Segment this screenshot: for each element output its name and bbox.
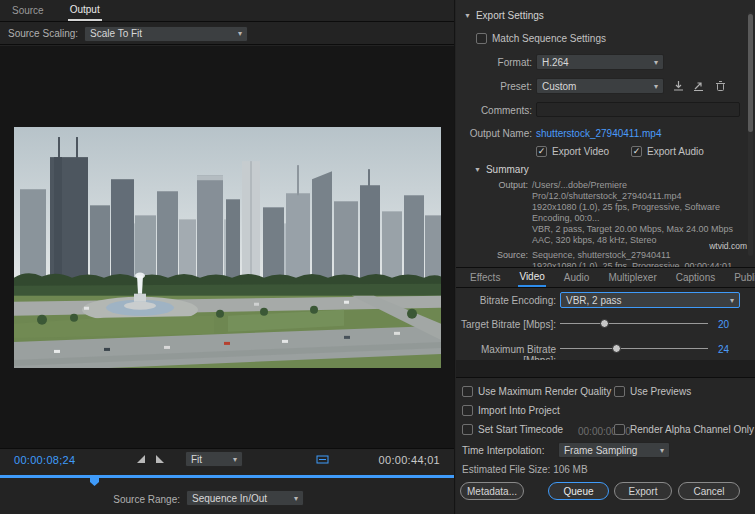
export-audio-checkbox[interactable]: ✓	[631, 146, 642, 157]
chevron-down-icon: ▾	[238, 29, 242, 38]
settings-scrollbar[interactable]	[748, 12, 753, 256]
render-alpha-checkbox-row[interactable]: Render Alpha Channel Only	[614, 424, 754, 435]
estimated-file-size: Estimated File Size: 106 MB	[462, 464, 588, 475]
source-scaling-dropdown[interactable]: Scale To Fit ▾	[84, 26, 248, 42]
summary-output-label: Output:	[456, 180, 532, 246]
disclosure-icon[interactable]: ▼	[464, 12, 471, 19]
output-name-link[interactable]: shutterstock_27940411.mp4	[536, 128, 661, 139]
disclosure-icon[interactable]: ▼	[474, 166, 481, 173]
target-bitrate-label: Target Bitrate [Mbps]:	[456, 319, 556, 330]
tab-multiplexer[interactable]: Multiplexer	[607, 269, 657, 286]
check-icon: ✓	[633, 147, 641, 156]
chevron-down-icon: ▾	[660, 446, 664, 455]
time-interpolation-value: Frame Sampling	[564, 445, 637, 456]
scrollbar-thumb[interactable]	[748, 14, 753, 132]
maximum-bitrate-slider[interactable]	[560, 341, 708, 355]
settings-panel: ▼ Export Settings Match Sequence Setting…	[456, 0, 755, 514]
work-area-bar[interactable]	[0, 475, 454, 478]
set-start-timecode-label: Set Start Timecode	[478, 424, 563, 435]
transport-bar: 00:00:08;24 Fit ▾ 00:00:44;01 Source Ran…	[0, 448, 454, 514]
use-previews-checkbox-row[interactable]: Use Previews	[614, 386, 691, 397]
format-dropdown[interactable]: H.264 ▾	[536, 54, 664, 70]
maximum-bitrate-value: 24	[718, 344, 729, 355]
set-start-timecode-checkbox[interactable]	[462, 424, 473, 435]
preset-dropdown[interactable]: Custom ▾	[536, 78, 664, 94]
zoom-level-dropdown[interactable]: Fit ▾	[185, 451, 243, 467]
playhead[interactable]	[90, 477, 99, 486]
tab-video[interactable]: Video	[518, 268, 545, 287]
video-preview	[14, 127, 441, 368]
export-audio-label: Export Audio	[647, 146, 704, 157]
set-out-icon[interactable]	[154, 454, 165, 465]
export-video-label: Export Video	[552, 146, 609, 157]
tab-effects[interactable]: Effects	[469, 269, 501, 286]
preset-label: Preset:	[456, 81, 532, 92]
watermark: wtvid.com	[709, 241, 747, 251]
zoom-level-value: Fit	[191, 454, 202, 465]
tab-captions[interactable]: Captions	[675, 269, 716, 286]
export-video-checkbox-row[interactable]: ✓ Export Video	[536, 146, 609, 157]
tab-audio[interactable]: Audio	[563, 269, 591, 286]
summary-output-line: VBR, 2 pass, Target 20.00 Mbps, Max 24.0…	[532, 224, 755, 235]
save-preset-icon[interactable]	[670, 79, 686, 93]
bitrate-encoding-dropdown[interactable]: VBR, 2 pass ▾	[560, 292, 740, 308]
set-start-timecode-checkbox-row[interactable]: Set Start Timecode	[462, 424, 563, 435]
summary-source-line: Sequence, shutterstock_27940411	[532, 250, 732, 261]
bitrate-encoding-label: Bitrate Encoding:	[456, 295, 556, 306]
match-sequence-checkbox[interactable]	[476, 33, 487, 44]
current-timecode: 00:00:08;24	[14, 454, 75, 466]
section-divider	[456, 360, 755, 378]
delete-preset-icon[interactable]	[712, 79, 728, 93]
source-range-dropdown[interactable]: Sequence In/Out ▾	[186, 490, 304, 506]
summary-title: Summary	[486, 164, 529, 175]
bitrate-encoding-value: VBR, 2 pass	[566, 295, 622, 306]
preset-value: Custom	[542, 81, 576, 92]
slider-thumb[interactable]	[600, 319, 609, 328]
source-scaling-value: Scale To Fit	[90, 28, 142, 39]
preview-tab-bar: Source Output	[0, 0, 454, 22]
import-project-checkbox-row[interactable]: Import Into Project	[462, 405, 560, 416]
comments-input[interactable]	[536, 102, 740, 117]
summary-output-line: 1920x1080 (1.0), 25 fps, Progressive, So…	[532, 202, 755, 224]
tab-output[interactable]: Output	[68, 0, 102, 21]
output-name-label: Output Name:	[456, 128, 532, 139]
target-bitrate-value: 20	[718, 319, 729, 330]
set-in-icon[interactable]	[136, 454, 147, 465]
tab-publish[interactable]: Publish	[733, 269, 755, 286]
summary-output-line: /Users/...dobe/Premiere Pro/12.0/shutter…	[532, 180, 755, 202]
preview-panel: Source Output Source Scaling: Scale To F…	[0, 0, 455, 514]
source-scaling-label: Source Scaling:	[8, 28, 78, 39]
max-render-checkbox-row[interactable]: Use Maximum Render Quality	[462, 386, 611, 397]
export-audio-checkbox-row[interactable]: ✓ Export Audio	[631, 146, 704, 157]
match-sequence-checkbox-row[interactable]: Match Sequence Settings	[476, 33, 755, 44]
export-settings-title: Export Settings	[476, 10, 544, 21]
export-video-checkbox[interactable]: ✓	[536, 146, 547, 157]
queue-button[interactable]: Queue	[548, 482, 609, 500]
duration-timecode: 00:00:44;01	[379, 454, 440, 466]
video-viewer	[0, 46, 454, 448]
export-button[interactable]: Export	[614, 482, 672, 500]
metadata-button[interactable]: Metadata...	[460, 482, 524, 500]
check-icon: ✓	[538, 147, 546, 156]
chevron-down-icon: ▾	[730, 296, 734, 305]
slider-thumb[interactable]	[612, 344, 621, 353]
max-render-checkbox[interactable]	[462, 386, 473, 397]
timeline-scrubber[interactable]	[0, 471, 454, 487]
tab-source[interactable]: Source	[10, 1, 46, 20]
time-interpolation-dropdown[interactable]: Frame Sampling ▾	[558, 442, 670, 458]
slider-track[interactable]	[560, 348, 708, 349]
import-preset-icon[interactable]	[690, 79, 706, 93]
format-label: Format:	[456, 57, 532, 68]
cancel-button[interactable]: Cancel	[678, 482, 740, 500]
chevron-down-icon: ▾	[654, 82, 658, 91]
import-project-checkbox[interactable]	[462, 405, 473, 416]
target-bitrate-slider[interactable]	[560, 316, 708, 330]
use-previews-label: Use Previews	[630, 386, 691, 397]
render-alpha-label: Render Alpha Channel Only	[630, 424, 754, 435]
use-previews-checkbox[interactable]	[614, 386, 625, 397]
source-range-icon[interactable]	[316, 454, 330, 465]
render-alpha-checkbox[interactable]	[614, 424, 625, 435]
slider-track[interactable]	[560, 323, 708, 324]
source-scaling-row: Source Scaling: Scale To Fit ▾	[0, 23, 454, 45]
export-settings-dialog: Source Output Source Scaling: Scale To F…	[0, 0, 755, 514]
